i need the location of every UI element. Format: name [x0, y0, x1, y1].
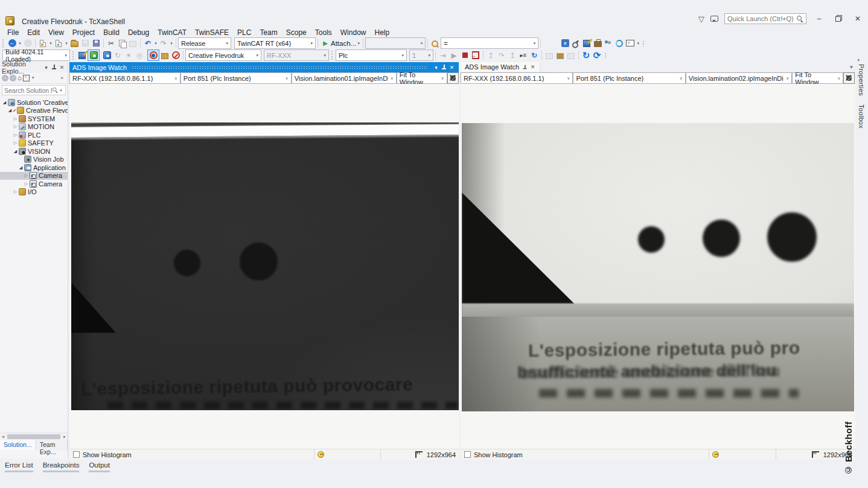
new-project-icon[interactable] [37, 38, 48, 49]
se-overflow-icon[interactable]: » [58, 75, 66, 81]
show-histogram-checkbox[interactable] [464, 451, 471, 458]
se-forward-icon[interactable]: › [10, 75, 16, 81]
download-box-icon[interactable] [544, 50, 555, 61]
step-over-icon[interactable]: ↥ [485, 50, 496, 61]
ads-route-combo[interactable]: RF-XXX (192.168.0.86.1.1)∨ [69, 72, 180, 84]
menu-view[interactable]: View [44, 28, 68, 37]
show-histogram-checkbox[interactable] [73, 451, 80, 458]
tree-item-plc[interactable]: ▷PLC [0, 131, 68, 139]
cut-icon[interactable]: ✂ [106, 38, 116, 49]
solution-configuration-combo[interactable]: Release▾ [178, 37, 231, 49]
tree-item-vision-job[interactable]: Vision Job [0, 156, 68, 164]
redo-icon[interactable]: ↷ [158, 38, 169, 49]
side-tab-toolbox[interactable]: Toolbox [858, 104, 865, 128]
start-plc-icon[interactable]: ▶ [448, 50, 459, 61]
target-system-combo[interactable]: RF-XXX▾ [264, 49, 329, 61]
ads-port-combo[interactable]: Port 851 (Plc Instance)∨ [180, 72, 292, 84]
close-panel-icon[interactable]: ✕ [58, 65, 66, 71]
deploy-icon[interactable] [581, 38, 592, 49]
show-realtime-ethernet-button[interactable] [147, 49, 159, 61]
tree-item-vision[interactable]: ◢VISION [0, 147, 68, 156]
home-icon[interactable]: ⌂ [18, 74, 22, 81]
paste-icon[interactable] [127, 38, 138, 49]
settings-gear-button[interactable] [843, 72, 855, 84]
open-folder-icon[interactable] [69, 38, 80, 49]
window-position-icon[interactable]: ▾ [42, 65, 50, 71]
reload-devices-icon[interactable]: ↻ [112, 50, 123, 61]
tree-item-application[interactable]: ◢Application [0, 163, 68, 172]
attach-play-icon[interactable]: ▶ [320, 38, 331, 49]
tree-item-camera[interactable]: ▷Camera [0, 172, 68, 180]
web-refresh-icon[interactable] [614, 38, 625, 49]
upload-box-icon[interactable] [555, 50, 566, 61]
step-out-icon[interactable]: ↥ [507, 50, 518, 61]
tree-item-system[interactable]: ▷SYSTEM [0, 115, 68, 123]
ads-route-combo[interactable]: RF-XXX (192.168.0.86.1.1)∨ [461, 72, 573, 84]
step-into-icon[interactable]: ↷ [496, 50, 507, 61]
tree-item-i-o[interactable]: ▷I/O [0, 188, 68, 197]
tab-breakpoints[interactable]: Breakpoints [43, 461, 80, 472]
build-version-combo[interactable]: Build 4024.11 (Loaded)▾ [2, 49, 70, 61]
quick-launch-box[interactable] [724, 13, 806, 24]
terminal-icon[interactable] [625, 38, 636, 49]
toolbox-case-icon[interactable] [592, 38, 603, 49]
search-caret[interactable]: ▾ [59, 88, 63, 93]
add-to-toolbox-icon[interactable] [159, 50, 170, 61]
menu-build[interactable]: Build [99, 28, 124, 37]
archive-box-icon[interactable] [566, 50, 576, 61]
expander-icon[interactable]: ▷ [24, 182, 29, 186]
add-item-caret[interactable]: ▾ [64, 41, 69, 46]
tree-item-camera[interactable]: ▷Camera [0, 180, 68, 188]
window-position-icon[interactable]: ▾ [432, 65, 440, 71]
menu-twincat[interactable]: TwinCAT [153, 28, 191, 37]
attach-caret[interactable]: ▾ [356, 41, 361, 46]
free-run-icon[interactable]: ◎ [134, 50, 145, 61]
expander-icon[interactable]: ▷ [24, 173, 29, 178]
menu-project[interactable]: Project [68, 28, 99, 37]
expander-icon[interactable]: ▷ [13, 124, 18, 129]
menu-twinsafe[interactable]: TwinSAFE [191, 28, 233, 37]
se-back-icon[interactable]: ‹ [2, 75, 8, 81]
expander-icon[interactable]: ◢ [18, 165, 24, 170]
close-panel-icon[interactable]: ✕ [448, 65, 456, 71]
security-disable-icon[interactable] [170, 50, 181, 61]
expander-icon[interactable]: ▷ [13, 133, 18, 138]
menu-edit[interactable]: Edit [23, 28, 44, 37]
login-icon[interactable]: ⇥ [438, 50, 448, 61]
menu-plc[interactable]: PLC [233, 28, 255, 37]
pin-icon[interactable] [50, 64, 58, 71]
terminal-caret[interactable]: ▾ [636, 41, 640, 46]
solution-search-box[interactable]: ▾ [2, 85, 66, 95]
stop-plc-icon[interactable] [459, 50, 470, 61]
navigate-back-icon[interactable]: ← [7, 38, 18, 49]
wrench-icon[interactable] [570, 38, 581, 49]
menu-debug[interactable]: Debug [124, 28, 153, 37]
scroll-right-icon[interactable]: ▸ [62, 434, 68, 439]
find-in-files-icon[interactable] [430, 38, 441, 49]
tab-output[interactable]: Output [89, 461, 110, 472]
menu-window[interactable]: Window [336, 28, 371, 37]
settings-gear-button[interactable] [447, 72, 459, 84]
scan-wand-icon[interactable]: ✶ [123, 50, 134, 61]
twincat-run-mode-icon[interactable] [101, 50, 112, 61]
symbol-combo[interactable]: Vision.lamination01.ipImageInDisp (QI)∨ [292, 72, 397, 84]
menu-scope[interactable]: Scope [282, 28, 311, 37]
find-combo[interactable]: =▾ [441, 37, 538, 49]
se-horizontal-scrollbar[interactable]: ◂ ▸ [0, 433, 68, 440]
tree-item-solution-creative-fle[interactable]: ◢Solution 'Creative Fle [0, 98, 68, 107]
solution-platform-combo[interactable]: TwinCAT RT (x64)▾ [234, 37, 316, 49]
strip-caret[interactable]: ▾ [857, 58, 860, 63]
zoom-mode-combo[interactable]: Fit To Window∨ [792, 72, 843, 84]
collapse-all-icon[interactable] [23, 75, 30, 81]
xml-editor-icon[interactable]: x [560, 38, 570, 49]
team-icon[interactable] [603, 38, 614, 49]
expander-icon[interactable]: ◢ [13, 149, 18, 154]
toolbar-overflow[interactable] [642, 40, 645, 46]
attach-engine-combo[interactable]: ▾ [365, 37, 426, 49]
restart-config-icon[interactable]: ⟳ [592, 50, 602, 61]
menu-help[interactable]: Help [370, 28, 394, 37]
chart-edit-icon[interactable] [77, 50, 88, 61]
notifications-filter-icon[interactable]: ▽ [698, 15, 704, 23]
minimize-button[interactable]: – [812, 14, 826, 23]
plc-project-combo[interactable]: Plc▾ [336, 49, 407, 61]
